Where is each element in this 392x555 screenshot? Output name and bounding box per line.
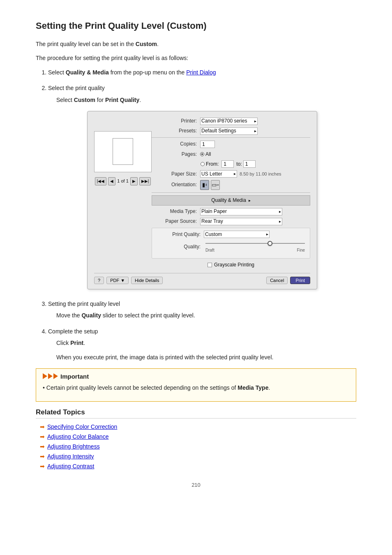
- arrow-icon-0: ➡: [40, 423, 45, 430]
- pages-all-radio[interactable]: All: [200, 150, 211, 158]
- print-dialog: |◀◀ ◀ 1 of 1 ▶ ▶▶| Printer:: [87, 111, 317, 289]
- printer-select[interactable]: Canon iP8700 series ▸: [200, 118, 258, 125]
- paper-size-dim: 8.50 by 11.00 inches: [240, 171, 281, 178]
- presets-label: Presets:: [152, 127, 197, 135]
- pages-all-radio-circle: [200, 152, 204, 156]
- pages-row: Pages: All: [152, 150, 310, 158]
- quality-slider-track[interactable]: [205, 240, 305, 246]
- print-quality-value: Custom: [205, 231, 222, 238]
- nav-first-btn[interactable]: |◀◀: [95, 177, 107, 185]
- imp-arrow-1: [43, 373, 47, 379]
- print-quality-arrow: ▸: [266, 231, 268, 238]
- step1-pre: Select: [48, 69, 66, 76]
- nav-next-btn[interactable]: ▶: [130, 177, 138, 185]
- related-link-1[interactable]: Adjusting Color Balance: [47, 433, 108, 440]
- print-button[interactable]: Print: [290, 277, 310, 284]
- pages-from-radio[interactable]: From:: [201, 160, 219, 168]
- copies-row: Copies:: [152, 140, 310, 148]
- print-quality-row: Print Quality: Custom ▸: [155, 231, 307, 238]
- copies-input[interactable]: [200, 141, 215, 148]
- media-type-select[interactable]: Plain Paper ▸: [200, 208, 282, 215]
- arrow-icon-1: ➡: [40, 433, 45, 440]
- step4-text: Complete the setup: [48, 328, 98, 335]
- arrow-icon-3: ➡: [40, 453, 45, 460]
- paper-size-arrow: ▸: [234, 171, 236, 177]
- printer-value: Canon iP8700 series: [201, 117, 247, 125]
- pages-from-row: From: to:: [152, 160, 310, 168]
- arrow-icon-2: ➡: [40, 443, 45, 450]
- related-topics: Related Topics ➡ Specifying Color Correc…: [36, 408, 356, 469]
- paper-source-select[interactable]: Rear Tray ▸: [200, 218, 282, 225]
- step4-click-para: Click Print.: [56, 338, 356, 347]
- related-topics-list: ➡ Specifying Color Correction ➡ Adjustin…: [40, 423, 356, 469]
- presets-row: Presets: Default Settings ▸: [152, 127, 310, 135]
- pdf-button[interactable]: PDF ▼: [106, 277, 129, 284]
- presets-select[interactable]: Default Settings ▸: [200, 127, 258, 135]
- printer-label: Printer:: [152, 117, 197, 125]
- paper-size-select[interactable]: US Letter ▸: [200, 170, 237, 178]
- step4-click: Click: [56, 340, 70, 346]
- printer-select-arrow: ▸: [254, 118, 256, 125]
- print-quality-label: Print Quality:: [155, 231, 201, 238]
- media-type-row: Media Type: Plain Paper ▸: [152, 208, 310, 215]
- step2-end: .: [139, 97, 141, 103]
- quality-slider-handle[interactable]: [267, 241, 272, 246]
- printer-row: Printer: Canon iP8700 series ▸: [152, 117, 310, 125]
- print-dialog-link[interactable]: Print Dialog: [186, 69, 216, 76]
- important-box: Important • Certain print quality levels…: [36, 368, 356, 402]
- related-link-3[interactable]: Adjusting Intensity: [47, 453, 94, 460]
- page: Setting the Print Quality Level (Custom)…: [11, 8, 381, 500]
- pages-all-label: All: [205, 150, 211, 158]
- imp-arrow-3: [53, 373, 58, 379]
- nav-last-btn[interactable]: ▶▶|: [139, 177, 151, 185]
- footer-right: Cancel Print: [266, 277, 310, 284]
- related-item-4: ➡ Adjusting Contrast: [40, 463, 356, 469]
- quality-slider-area: Draft Fine: [204, 240, 307, 254]
- intro1-bold: Custom: [136, 41, 157, 47]
- thumbnail-page: [113, 138, 133, 165]
- orientation-portrait-btn[interactable]: ▮⇕: [200, 180, 209, 190]
- important-icon: [43, 373, 58, 379]
- nav-label: 1 of 1: [117, 178, 129, 185]
- print-quality-select[interactable]: Custom ▸: [204, 231, 270, 238]
- step-4: Complete the setup Click Print. When you…: [48, 327, 356, 362]
- related-link-4[interactable]: Adjusting Contrast: [47, 463, 94, 469]
- important-bullet: Certain print quality levels cannot be s…: [46, 384, 238, 391]
- quality-fine-label: Fine: [297, 247, 305, 254]
- section-dropdown[interactable]: Quality & Media ▸: [152, 195, 310, 206]
- step3-pre: Move the: [56, 312, 81, 319]
- grayscale-row: Grayscale Printing: [152, 261, 310, 269]
- step-2: Select the print quality Select Custom f…: [48, 83, 356, 289]
- step2-indent: Select Custom for Print Quality.: [56, 95, 356, 104]
- imp-arrow-2: [48, 373, 53, 379]
- pages-to-input[interactable]: [243, 160, 256, 168]
- orientation-landscape-btn[interactable]: ▭⇔: [211, 180, 220, 190]
- presets-arrow: ▸: [254, 128, 256, 134]
- page-number: 210: [36, 482, 356, 488]
- step4-bold: Print: [70, 340, 83, 346]
- media-type-label: Media Type:: [152, 208, 197, 215]
- related-topics-header: Related Topics: [36, 408, 356, 419]
- step2-text: Select the print quality: [48, 85, 105, 91]
- step2-for: for: [95, 97, 105, 103]
- paper-size-row: Paper Size: US Letter ▸ 8.50 by 11.00 in…: [152, 170, 310, 178]
- orientation-row: Orientation: ▮⇕ ▭⇔: [152, 180, 310, 190]
- pages-from-input[interactable]: [221, 160, 234, 168]
- important-bullet-bold: Media Type: [238, 384, 268, 391]
- media-type-arrow: ▸: [279, 208, 281, 215]
- quality-slider-row: Quality: Draft: [155, 240, 307, 254]
- page-title: Setting the Print Quality Level (Custom): [36, 21, 356, 31]
- dialog-wrapper: |◀◀ ◀ 1 of 1 ▶ ▶▶| Printer:: [48, 111, 356, 289]
- step3-end: slider to select the print quality level…: [101, 312, 195, 319]
- paper-source-label: Paper Source:: [152, 217, 197, 225]
- nav-prev-btn[interactable]: ◀: [108, 177, 115, 185]
- intro1-end: .: [157, 41, 159, 47]
- important-bullet-end: .: [268, 384, 270, 391]
- related-link-0[interactable]: Specifying Color Correction: [47, 423, 117, 430]
- grayscale-checkbox[interactable]: [208, 263, 212, 267]
- hide-details-button[interactable]: Hide Details: [131, 277, 163, 284]
- help-button[interactable]: ?: [94, 277, 104, 284]
- quality-container: Print Quality: Custom ▸ Quality:: [152, 228, 310, 259]
- cancel-button[interactable]: Cancel: [266, 277, 288, 284]
- related-link-2[interactable]: Adjusting Brightness: [47, 443, 100, 450]
